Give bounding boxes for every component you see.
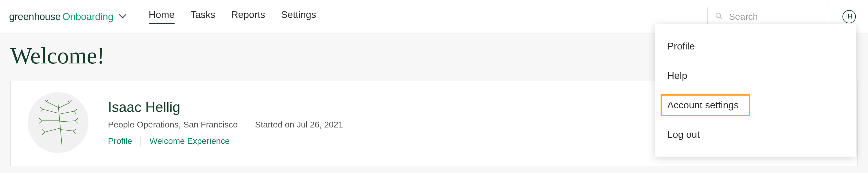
link-welcome-experience[interactable]: Welcome Experience bbox=[149, 136, 229, 146]
svg-line-26 bbox=[73, 131, 76, 134]
logo-part2: Onboarding bbox=[62, 11, 113, 22]
svg-line-6 bbox=[58, 111, 74, 114]
user-name: Isaac Hellig bbox=[108, 99, 343, 115]
svg-line-1 bbox=[720, 17, 722, 19]
meta-divider bbox=[246, 119, 246, 130]
link-profile[interactable]: Profile bbox=[108, 136, 132, 146]
svg-line-3 bbox=[47, 102, 58, 107]
chevron-down-icon[interactable] bbox=[118, 13, 127, 20]
topbar-right: IH bbox=[707, 7, 856, 26]
logo-group[interactable]: greenhouseOnboarding bbox=[9, 11, 127, 23]
nav-home[interactable]: Home bbox=[149, 9, 175, 24]
svg-line-20 bbox=[39, 121, 42, 124]
avatar-initials: IH bbox=[846, 13, 852, 20]
svg-point-0 bbox=[716, 13, 720, 18]
svg-line-22 bbox=[75, 121, 78, 124]
dropdown-item-help[interactable]: Help bbox=[655, 61, 856, 91]
user-avatar bbox=[28, 92, 89, 153]
avatar-menu-trigger[interactable]: IH bbox=[842, 10, 856, 23]
svg-line-13 bbox=[70, 100, 73, 103]
svg-line-16 bbox=[41, 109, 43, 112]
svg-line-17 bbox=[74, 109, 77, 111]
svg-line-18 bbox=[74, 111, 76, 114]
svg-line-19 bbox=[39, 118, 42, 121]
dropdown-item-label: Account settings bbox=[667, 100, 739, 110]
svg-line-14 bbox=[67, 100, 70, 103]
user-started: Started on Jul 26, 2021 bbox=[255, 120, 343, 130]
user-details: Isaac Hellig People Operations, San Fran… bbox=[108, 99, 343, 146]
svg-line-11 bbox=[44, 100, 47, 102]
svg-line-21 bbox=[75, 118, 78, 121]
svg-line-8 bbox=[59, 121, 75, 122]
nav-tasks[interactable]: Tasks bbox=[190, 9, 215, 24]
svg-line-2 bbox=[58, 104, 62, 145]
svg-line-24 bbox=[42, 130, 45, 132]
user-dropdown-menu: Profile Help Account settings Log out bbox=[655, 24, 856, 157]
topbar: greenhouseOnboarding Home Tasks Reports … bbox=[0, 0, 868, 33]
svg-line-25 bbox=[73, 129, 76, 131]
svg-line-23 bbox=[42, 132, 45, 135]
user-links: Profile Welcome Experience bbox=[108, 136, 343, 146]
search-box[interactable] bbox=[707, 7, 829, 26]
plant-icon bbox=[38, 100, 78, 145]
nav-reports[interactable]: Reports bbox=[231, 9, 265, 24]
dropdown-item-account-settings[interactable]: Account settings bbox=[655, 91, 856, 120]
user-meta: People Operations, San Francisco Started… bbox=[108, 119, 343, 130]
search-icon bbox=[715, 12, 723, 21]
svg-line-12 bbox=[47, 100, 49, 102]
dropdown-item-profile[interactable]: Profile bbox=[655, 32, 856, 61]
logo-part1: greenhouse bbox=[9, 11, 61, 22]
svg-line-10 bbox=[60, 130, 73, 131]
svg-line-9 bbox=[45, 128, 60, 132]
logo-text: greenhouseOnboarding bbox=[9, 11, 114, 23]
svg-line-4 bbox=[58, 103, 70, 108]
svg-line-5 bbox=[43, 109, 58, 113]
svg-line-15 bbox=[40, 107, 43, 110]
search-input[interactable] bbox=[729, 11, 822, 22]
nav-settings[interactable]: Settings bbox=[281, 9, 316, 24]
user-dept-loc: People Operations, San Francisco bbox=[108, 120, 238, 130]
dropdown-item-logout[interactable]: Log out bbox=[655, 120, 856, 149]
link-divider bbox=[141, 136, 141, 146]
main-nav: Home Tasks Reports Settings bbox=[149, 9, 316, 24]
